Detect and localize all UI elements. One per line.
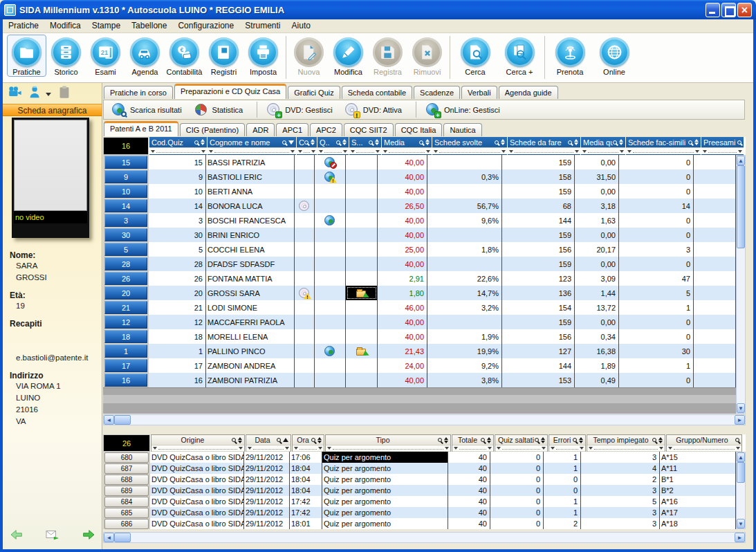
scroll-track[interactable] (131, 415, 735, 425)
menu-modifica[interactable]: Modifica (44, 19, 86, 33)
scroll-thumb[interactable] (737, 462, 745, 483)
row-select-button[interactable]: 30 (104, 228, 147, 241)
scroll-left-button[interactable]: ◄ (104, 533, 114, 542)
tab-nautica[interactable]: Nautica (443, 123, 481, 136)
sort-icon[interactable] (501, 139, 505, 145)
tab-grafici-quiz[interactable]: Grafici Quiz (288, 86, 340, 99)
column-header-quiz-saltati[interactable]: Quiz saltati (495, 434, 548, 452)
search-icon[interactable] (737, 140, 741, 145)
filter-strip[interactable] (293, 445, 324, 451)
row-select-button[interactable]: 10 (104, 185, 147, 198)
sort-icon[interactable] (487, 437, 491, 443)
column-header-schede-svolte[interactable]: Schede svolte (432, 137, 507, 155)
scroll-track[interactable] (737, 483, 745, 519)
menu-aiuto[interactable]: Aiuto (286, 19, 316, 33)
dropdown-arrow-icon[interactable] (46, 93, 51, 99)
scroll-up-button[interactable]: ▲ (737, 452, 745, 462)
quiz-button-online-gestisci[interactable]: +OnLine: Gestisci (422, 103, 508, 117)
filter-strip[interactable] (667, 445, 741, 451)
sort-asc-icon[interactable] (283, 438, 288, 442)
sort-icon[interactable] (444, 437, 448, 443)
row-select-button[interactable]: 12 (104, 315, 147, 329)
row-select-button[interactable]: 21 (104, 301, 147, 314)
search-icon[interactable] (194, 140, 199, 145)
search-icon[interactable] (304, 140, 308, 145)
column-header-data[interactable]: Data (246, 434, 291, 452)
scroll-thumb[interactable] (114, 533, 131, 542)
search-icon[interactable] (336, 140, 340, 145)
column-header-cognome-e-nome[interactable]: Cognome e nome (208, 137, 296, 155)
row-select-button[interactable]: 17 (104, 359, 147, 372)
search-icon[interactable] (613, 140, 617, 145)
maximize-button[interactable] (721, 3, 736, 17)
tab-apc1[interactable]: APC1 (276, 123, 308, 136)
row-select-button[interactable]: 16 (104, 374, 147, 387)
quiz-button-scarica-risultati[interactable]: Scarica risultati (108, 103, 190, 117)
tab-verbali[interactable]: Verbali (461, 86, 497, 99)
search-icon[interactable] (735, 438, 739, 442)
row-select-button[interactable]: 3 (104, 214, 147, 227)
row-select-button[interactable]: 28 (104, 257, 147, 270)
menu-strumenti[interactable]: Strumenti (239, 19, 286, 33)
row-select-button[interactable]: 26 (104, 272, 147, 285)
column-header-schede-fac-simili[interactable]: Schede fac-simili (626, 137, 701, 155)
scroll-right-button[interactable]: ► (735, 415, 745, 425)
column-header-tempo-impiegato[interactable]: Tempo impiegato (587, 434, 665, 452)
row-select-button[interactable]: 14 (104, 199, 147, 212)
search-icon[interactable] (495, 140, 499, 145)
row-select-button[interactable]: 688 (104, 475, 149, 485)
column-header-c[interactable]: C... (297, 137, 317, 155)
selected-cell[interactable]: Quiz per argomento (322, 452, 448, 463)
column-header-schede-da-fare[interactable]: Schede da fare (508, 137, 580, 155)
column-header-q[interactable]: Q.. (317, 137, 349, 155)
previous-record-button[interactable] (10, 528, 25, 544)
filter-strip[interactable] (432, 147, 507, 154)
sort-icon[interactable] (342, 139, 347, 145)
filter-strip[interactable] (151, 445, 244, 451)
tab-scheda-contabile[interactable]: Scheda contabile (342, 86, 412, 99)
column-header-errori[interactable]: Errori (548, 434, 586, 452)
scroll-track[interactable] (737, 248, 745, 403)
search-icon[interactable] (652, 438, 656, 442)
toolbar-button-pratiche[interactable]: Pratiche (7, 35, 46, 77)
tab-cqc-siit2[interactable]: CQC SIIT2 (344, 123, 394, 136)
search-icon[interactable] (277, 438, 281, 442)
search-icon[interactable] (438, 438, 442, 442)
row-select-button[interactable]: 18 (104, 330, 147, 343)
send-mail-button[interactable] (45, 528, 60, 544)
column-header-cod-quiz[interactable]: Cod.Quiz (149, 137, 207, 155)
column-header-preesami[interactable]: Preesami (701, 137, 744, 155)
scroll-down-button[interactable]: ▼ (737, 519, 745, 528)
menu-pratiche[interactable]: Pratiche (3, 19, 44, 33)
row-select-button[interactable]: 9 (104, 170, 147, 183)
filter-strip[interactable] (495, 445, 547, 451)
sort-icon[interactable] (317, 437, 322, 443)
column-header-origine[interactable]: Origine (151, 434, 245, 452)
search-icon[interactable] (573, 438, 577, 442)
sort-icon[interactable] (375, 139, 379, 145)
sort-icon[interactable] (694, 139, 699, 145)
scroll-right-button[interactable]: ► (735, 533, 745, 542)
scroll-down-button[interactable]: ▼ (737, 403, 745, 413)
quiz-button-dvd-attiva[interactable]: !DVD: Attiva (341, 103, 410, 117)
filter-strip[interactable] (326, 445, 450, 451)
column-header-tipo[interactable]: Tipo (325, 434, 451, 452)
row-select-button[interactable]: 689 (104, 486, 149, 496)
next-record-button[interactable] (80, 528, 95, 544)
sort-icon[interactable] (311, 139, 315, 145)
sort-icon[interactable] (238, 437, 242, 443)
filter-strip[interactable] (297, 147, 317, 154)
tab-apc2[interactable]: APC2 (310, 123, 342, 136)
menu-stampe[interactable]: Stampe (86, 19, 126, 33)
filter-strip[interactable] (452, 445, 493, 451)
filter-strip[interactable] (701, 147, 744, 154)
filter-strip[interactable] (246, 445, 291, 451)
filter-strip[interactable] (382, 147, 432, 154)
toolbar-button-cerca[interactable]: Cerca + (497, 35, 542, 77)
filter-strip[interactable] (349, 147, 381, 154)
sort-icon[interactable] (541, 437, 545, 443)
close-button[interactable] (737, 3, 752, 17)
column-header-s[interactable]: S... (349, 137, 381, 155)
tab-pratiche-in-corso[interactable]: Pratiche in corso (104, 86, 173, 99)
tab-adr[interactable]: ADR (246, 123, 275, 136)
